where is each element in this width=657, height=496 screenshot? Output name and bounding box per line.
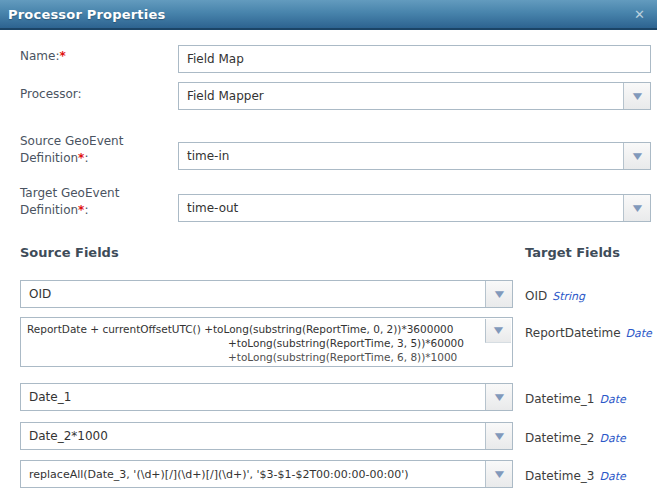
source-geoevent-selected-value: time-in [179,143,623,169]
dropdown-button[interactable]: ▼ [485,281,512,307]
source-field-value: Date_1 [21,384,485,410]
target-field-name: Datetime_1 [525,392,594,406]
source-field-select-datetime2[interactable]: Date_2*1000 ▼ [20,422,513,450]
target-field-name: Datetime_2 [525,431,594,445]
processor-dropdown-button[interactable]: ▼ [623,83,650,109]
chevron-down-icon: ▼ [632,92,641,101]
target-field-name: Datetime_3 [525,469,594,483]
chevron-down-icon: ▼ [494,432,503,441]
target-field-datetime3: Datetime_3Date [525,465,626,484]
chevron-down-icon: ▼ [632,204,641,213]
source-field-select-reportdatetime[interactable]: ReportDate + currentOffsetUTC() +toLong(… [20,317,513,367]
chevron-down-icon: ▼ [494,326,503,335]
name-input[interactable] [178,45,651,73]
processor-properties-dialog: Processor Properties ✕ Name:* Processor:… [0,0,657,496]
target-geoevent-selected-value: time-out [179,195,623,221]
target-field-name: ReportDatetime [525,326,621,340]
target-field-type: String [552,290,585,303]
target-field-type: Date [599,470,625,483]
target-field-reportdatetime: ReportDatetimeDate [525,322,652,341]
chevron-down-icon: ▼ [632,152,641,161]
source-fields-header: Source Fields [20,245,119,260]
target-field-datetime2: Datetime_2Date [525,427,626,446]
target-field-name: OID [525,289,547,303]
target-geoevent-dropdown-button[interactable]: ▼ [623,195,650,221]
target-field-type: Date [626,327,652,340]
dropdown-button[interactable]: ▼ [485,384,512,410]
source-field-select-oid[interactable]: OID ▼ [20,280,513,308]
target-field-oid: OIDString [525,285,585,304]
source-field-value: Date_2*1000 [21,423,485,449]
source-geoevent-dropdown-button[interactable]: ▼ [623,143,650,169]
chevron-down-icon: ▼ [494,470,503,479]
source-field-expression: ReportDate + currentOffsetUTC() +toLong(… [21,318,512,366]
target-geoevent-label: Target GeoEvent Definition*: [20,185,119,219]
dropdown-button[interactable]: ▼ [485,319,511,343]
source-field-value: OID [21,281,485,307]
name-label: Name:* [20,48,66,65]
processor-select[interactable]: Field Mapper ▼ [178,82,651,110]
dropdown-button[interactable]: ▼ [485,461,512,487]
target-field-type: Date [599,432,625,445]
dialog-title: Processor Properties [8,7,165,22]
dialog-titlebar: Processor Properties ✕ [0,0,657,30]
source-geoevent-label: Source GeoEvent Definition*: [20,133,123,167]
chevron-down-icon: ▼ [494,290,503,299]
source-geoevent-select[interactable]: time-in ▼ [178,142,651,170]
source-field-select-datetime1[interactable]: Date_1 ▼ [20,383,513,411]
processor-label: Processor: [20,86,82,103]
dropdown-button[interactable]: ▼ [485,423,512,449]
processor-selected-value: Field Mapper [179,83,623,109]
close-icon[interactable]: ✕ [630,6,649,23]
target-geoevent-select[interactable]: time-out ▼ [178,194,651,222]
source-field-value: replaceAll(Date_3, '(\d+)[/](\d+)[/](\d+… [21,461,485,487]
target-field-datetime1: Datetime_1Date [525,388,626,407]
source-field-select-datetime3[interactable]: replaceAll(Date_3, '(\d+)[/](\d+)[/](\d+… [20,460,513,488]
target-fields-header: Target Fields [525,245,620,260]
chevron-down-icon: ▼ [494,393,503,402]
target-field-type: Date [599,393,625,406]
required-asterisk: * [59,49,65,63]
